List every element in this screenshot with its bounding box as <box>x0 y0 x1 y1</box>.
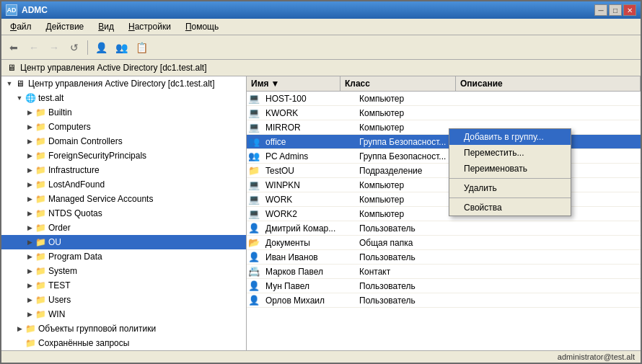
table-row[interactable]: 👤 Дмитрий Комар... Пользователь <box>247 221 641 236</box>
header-desc[interactable]: Описание <box>456 76 641 91</box>
table-row-office[interactable]: 👥 office Группа Безопасност... <box>247 135 641 149</box>
icon-domain-controllers: 📁 <box>35 136 46 147</box>
icon-builtin: 📁 <box>35 107 46 118</box>
tree-item-foreign-security[interactable]: ▶ 📁 ForeignSecurityPrincipals <box>1 148 246 163</box>
ctx-properties[interactable]: Свойства <box>449 200 571 216</box>
icon-computers: 📁 <box>35 121 46 133</box>
cell-desc-markov <box>470 271 641 272</box>
toggle-domain-controllers[interactable]: ▶ <box>25 136 35 146</box>
icon-managed-service: 📁 <box>35 193 46 205</box>
tree-item-infrastructure[interactable]: ▶ 📁 Infrastructure <box>1 163 246 177</box>
cell-name-work2: WORK2 <box>261 208 355 220</box>
toggle-foreign-security[interactable]: ▶ <box>25 151 35 161</box>
header-name[interactable]: Имя ▼ <box>247 76 340 91</box>
row-icon-orlov: 👤 <box>247 295 261 306</box>
icon-system: 📁 <box>35 265 46 277</box>
toggle-builtin[interactable]: ▶ <box>25 107 35 117</box>
table-row[interactable]: 👥 PC Admins Группа Безопасност... <box>247 149 641 164</box>
table-row[interactable]: 💻 WINPKN Компьютер <box>247 178 641 192</box>
table-row[interactable]: 💻 WORK2 Компьютер <box>247 207 641 221</box>
toggle-ou[interactable]: ▶ <box>25 237 35 247</box>
cell-name-kwork: KWORK <box>261 107 355 119</box>
row-icon-mirror: 💻 <box>247 122 261 133</box>
label-infrastructure: Infrastructure <box>48 165 100 175</box>
tree-item-group-policy[interactable]: ▶ 📁 Объекты групповой политики <box>1 321 246 336</box>
tree-item-lost-found[interactable]: ▶ 📁 LostAndFound <box>1 177 246 192</box>
ctx-move[interactable]: Переместить... <box>449 145 571 161</box>
toggle-users[interactable]: ▶ <box>25 295 35 305</box>
tree-item-managed-service[interactable]: ▶ 📁 Managed Service Accounts <box>1 192 246 206</box>
maximize-button[interactable]: □ <box>609 4 622 16</box>
icon-lost-found: 📁 <box>35 179 46 190</box>
table-row[interactable]: 📇 Марков Павел Контакт <box>247 265 641 279</box>
toggle-test-alt[interactable]: ▼ <box>14 93 25 103</box>
table-row[interactable]: 💻 HOST-100 Компьютер <box>247 92 641 106</box>
table-row[interactable]: 📁 TestOU Подразделение <box>247 164 641 178</box>
cell-name-host100: HOST-100 <box>261 93 355 105</box>
label-program-data: Program Data <box>48 252 102 262</box>
tree-item-users[interactable]: ▶ 📁 Users <box>1 293 246 307</box>
cell-desc-host100 <box>470 98 641 99</box>
cell-name-winpkn: WINPKN <box>261 179 355 191</box>
label-lost-found: LostAndFound <box>48 179 105 190</box>
toggle-win[interactable]: ▶ <box>25 309 35 319</box>
close-button[interactable]: ✕ <box>623 4 636 16</box>
label-managed-service: Managed Service Accounts <box>48 194 153 204</box>
ctx-add-to-group[interactable]: Добавить в группу... <box>449 129 571 145</box>
table-row[interactable]: 💻 MIRROR Компьютер <box>247 120 641 135</box>
status-text: administrator@test.alt <box>558 352 635 361</box>
icon-program-data: 📁 <box>35 251 46 262</box>
table-row[interactable]: 👤 Орлов Михаил Пользователь <box>247 293 641 308</box>
tree-item-program-data[interactable]: ▶ 📁 Program Data <box>1 249 246 264</box>
toggle-ntds-quotas[interactable]: ▶ <box>25 208 35 218</box>
toolbar-refresh-button[interactable]: ↺ <box>65 38 84 57</box>
menu-view[interactable]: Вид <box>92 20 120 33</box>
toggle-lost-found[interactable]: ▶ <box>25 179 35 190</box>
toggle-root[interactable]: ▼ <box>4 79 14 89</box>
tree-item-domain-controllers[interactable]: ▶ 📁 Domain Controllers <box>1 134 246 148</box>
tree-item-ou[interactable]: ▶ 📁 OU <box>1 235 246 249</box>
menu-settings[interactable]: Настройки <box>123 20 177 33</box>
toggle-infrastructure[interactable]: ▶ <box>25 165 35 175</box>
table-row[interactable]: 💻 WORK Компьютер <box>247 192 641 207</box>
icon-foreign-security: 📁 <box>35 150 46 161</box>
row-icon-markov: 📇 <box>247 266 261 277</box>
menu-action[interactable]: Действие <box>40 20 90 33</box>
cell-class-kwork: Компьютер <box>355 107 470 119</box>
header-class[interactable]: Класс <box>340 76 456 91</box>
toggle-test[interactable]: ▶ <box>25 280 35 290</box>
toggle-computers[interactable]: ▶ <box>25 122 35 132</box>
tree-item-ntds-quotas[interactable]: ▶ 📁 NTDS Quotas <box>1 206 246 221</box>
row-icon-pcadmins: 👥 <box>247 151 261 161</box>
table-row[interactable]: 📂 Документы Общая папка <box>247 236 641 250</box>
toggle-group-policy[interactable]: ▶ <box>14 324 25 334</box>
tree-item-saved-queries[interactable]: 📁 Сохранённые запросы <box>1 336 246 350</box>
tree-item-test-alt[interactable]: ▼ 🌐 test.alt <box>1 91 246 105</box>
row-icon-mun: 👤 <box>247 280 261 291</box>
menu-help[interactable]: Помощь <box>180 20 224 33</box>
toggle-managed-service[interactable]: ▶ <box>25 194 35 204</box>
tree-item-root[interactable]: ▼ 🖥 Центр управления Active Directory [d… <box>1 76 246 91</box>
table-row[interactable]: 💻 KWORK Компьютер <box>247 106 641 120</box>
table-header: Имя ▼ Класс Описание <box>247 76 641 92</box>
minimize-button[interactable]: ─ <box>594 4 607 16</box>
tree-item-order[interactable]: ▶ 📁 Order <box>1 221 246 235</box>
tree-item-test[interactable]: ▶ 📁 TEST <box>1 278 246 293</box>
ctx-rename[interactable]: Переименовать <box>449 161 571 177</box>
toggle-order[interactable]: ▶ <box>25 223 35 233</box>
table-row[interactable]: 👤 Иван Иванов Пользователь <box>247 250 641 265</box>
toggle-program-data[interactable]: ▶ <box>25 252 35 262</box>
table-row[interactable]: 👤 Мун Павел Пользователь <box>247 279 641 293</box>
menu-file[interactable]: Файл <box>4 20 38 33</box>
tree-item-win[interactable]: ▶ 📁 WIN <box>1 307 246 321</box>
ctx-delete[interactable]: Удалить <box>449 180 571 196</box>
tree-item-computers[interactable]: ▶ 📁 Computers <box>1 120 246 134</box>
toolbar-new-group-button[interactable]: 👥 <box>112 38 131 57</box>
tree-item-system[interactable]: ▶ 📁 System <box>1 264 246 278</box>
toolbar-clipboard-button[interactable]: 📋 <box>132 38 151 57</box>
toggle-system[interactable]: ▶ <box>25 266 35 276</box>
row-icon-documents: 📂 <box>247 237 261 248</box>
tree-item-builtin[interactable]: ▶ 📁 Builtin <box>1 105 246 120</box>
toolbar-back-button[interactable]: ⬅ <box>4 38 23 57</box>
toolbar-new-user-button[interactable]: 👤 <box>92 38 110 57</box>
